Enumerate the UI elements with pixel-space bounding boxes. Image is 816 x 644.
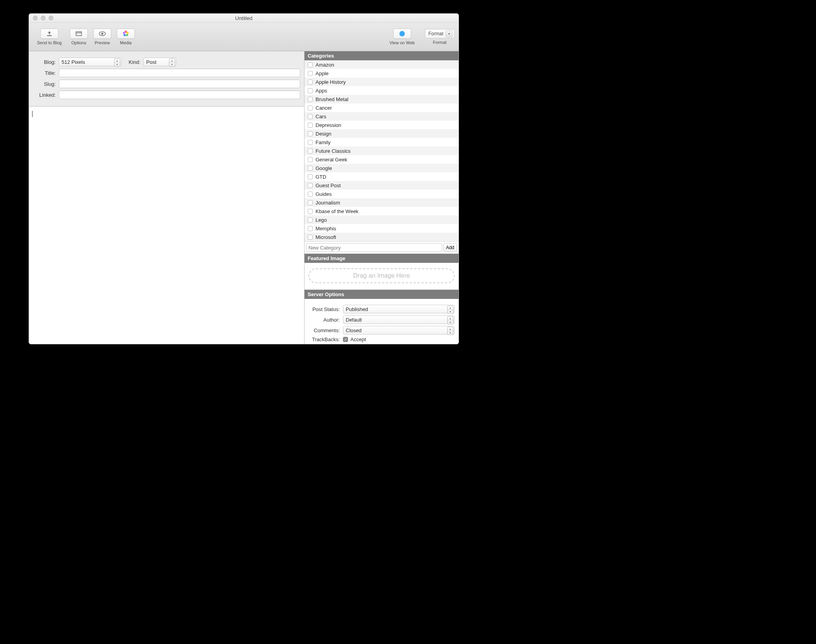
category-checkbox[interactable] <box>308 200 313 205</box>
category-row[interactable]: Apple History <box>305 78 459 86</box>
comments-label: Comments: <box>308 327 340 333</box>
toolbar-label: Preview <box>94 40 110 45</box>
category-checkbox[interactable] <box>308 71 313 76</box>
new-category-input[interactable] <box>306 243 442 252</box>
category-row[interactable]: Apps <box>305 86 459 95</box>
category-checkbox[interactable] <box>308 217 313 223</box>
titlebar: Untitled <box>29 14 459 23</box>
media-button[interactable] <box>117 29 135 39</box>
category-label: Memphis <box>316 226 336 232</box>
category-label: Design <box>316 131 331 137</box>
category-row[interactable]: Kbase of the Week <box>305 207 459 215</box>
author-value: Default <box>346 317 362 323</box>
category-checkbox[interactable] <box>308 114 313 119</box>
category-label: Family <box>316 139 330 145</box>
linked-label: Linked: <box>33 92 56 98</box>
categories-header: Categories <box>305 51 459 60</box>
panel-icon <box>75 31 82 36</box>
post-status-select[interactable]: Published ▴▾ <box>343 305 455 313</box>
category-label: Apple History <box>316 79 346 85</box>
category-row[interactable]: Amazon <box>305 60 459 69</box>
category-checkbox[interactable] <box>308 209 313 214</box>
category-checkbox[interactable] <box>308 166 313 171</box>
linked-input[interactable] <box>59 90 300 99</box>
category-label: Kbase of the Week <box>316 208 359 214</box>
category-checkbox[interactable] <box>308 105 313 110</box>
stepper-icon: ▴▾ <box>447 327 453 335</box>
kind-select[interactable]: Post ▴▾ <box>143 58 176 66</box>
add-category-button[interactable]: Add <box>443 243 457 252</box>
author-label: Author: <box>308 317 340 323</box>
flower-icon <box>122 30 129 37</box>
category-checkbox[interactable] <box>308 235 313 240</box>
author-select[interactable]: Default ▴▾ <box>343 315 455 324</box>
svg-point-11 <box>399 31 405 36</box>
toolbar-label: Media <box>120 40 132 45</box>
title-input[interactable] <box>59 69 300 77</box>
send-to-blog-button[interactable] <box>40 29 58 39</box>
category-row[interactable]: Design <box>305 129 459 138</box>
eye-icon <box>98 31 106 36</box>
svg-point-6 <box>127 32 129 34</box>
category-checkbox[interactable] <box>308 123 313 128</box>
category-row[interactable]: GTD <box>305 172 459 181</box>
category-checkbox[interactable] <box>308 131 313 136</box>
svg-point-10 <box>125 33 127 34</box>
comments-select[interactable]: Closed ▴▾ <box>343 326 455 335</box>
category-label: General Geek <box>316 157 347 163</box>
category-row[interactable]: Journalism <box>305 198 459 207</box>
preview-button[interactable] <box>93 29 111 39</box>
category-row[interactable]: General Geek <box>305 155 459 164</box>
server-options-header: Server Options <box>305 290 459 299</box>
category-row[interactable]: Lego <box>305 215 459 224</box>
category-checkbox[interactable] <box>308 88 313 93</box>
content-area: Blog: 512 Pixels ▴▾ Kind: Post ▴▾ Title: <box>29 51 459 344</box>
title-label: Title: <box>33 70 56 76</box>
toolbar-label: Send to Blog <box>37 40 62 45</box>
category-checkbox[interactable] <box>308 97 313 102</box>
category-checkbox[interactable] <box>308 226 313 231</box>
stepper-icon: ▴▾ <box>169 58 175 67</box>
category-list: AmazonAppleApple HistoryAppsBrushed Meta… <box>305 60 459 241</box>
category-row[interactable]: Microsoft <box>305 233 459 241</box>
category-row[interactable]: Brushed Metal <box>305 95 459 103</box>
trackbacks-checkbox[interactable] <box>343 337 348 342</box>
slug-label: Slug: <box>33 81 56 87</box>
blog-select[interactable]: 512 Pixels ▴▾ <box>59 58 121 66</box>
toolbar-label: Format <box>433 40 447 45</box>
category-checkbox[interactable] <box>308 140 313 145</box>
category-label: Guest Post <box>316 183 341 188</box>
category-row[interactable]: Apple <box>305 69 459 78</box>
format-dropdown[interactable]: Format ▾ <box>425 29 455 38</box>
category-row[interactable]: Cars <box>305 112 459 121</box>
svg-point-9 <box>123 32 125 34</box>
category-row[interactable]: Google <box>305 164 459 172</box>
category-checkbox[interactable] <box>308 157 313 162</box>
options-button[interactable] <box>70 29 88 39</box>
category-checkbox[interactable] <box>308 183 313 188</box>
trackbacks-accept-label: Accept <box>350 336 366 342</box>
stepper-icon: ▴▾ <box>114 58 120 67</box>
category-row[interactable]: Memphis <box>305 224 459 233</box>
app-window: Untitled Send to Blog <box>29 13 459 344</box>
category-row[interactable]: Guest Post <box>305 181 459 190</box>
category-label: Apps <box>316 88 327 94</box>
category-checkbox[interactable] <box>308 62 313 67</box>
category-label: Future Classics <box>316 148 351 154</box>
category-checkbox[interactable] <box>308 174 313 179</box>
category-row[interactable]: Guides <box>305 190 459 198</box>
kind-select-value: Post <box>146 59 156 65</box>
slug-input[interactable] <box>59 80 300 88</box>
category-checkbox[interactable] <box>308 148 313 154</box>
blog-select-value: 512 Pixels <box>62 59 85 65</box>
category-checkbox[interactable] <box>308 192 313 197</box>
category-row[interactable]: Cancer <box>305 103 459 112</box>
category-row[interactable]: Depression <box>305 121 459 129</box>
featured-image-dropzone[interactable]: Drag an Image Here <box>308 268 455 283</box>
category-checkbox[interactable] <box>308 80 313 85</box>
editor-area[interactable] <box>29 107 304 344</box>
category-row[interactable]: Future Classics <box>305 147 459 155</box>
text-cursor <box>32 111 33 117</box>
category-row[interactable]: Family <box>305 138 459 147</box>
view-on-web-button[interactable] <box>393 29 411 39</box>
